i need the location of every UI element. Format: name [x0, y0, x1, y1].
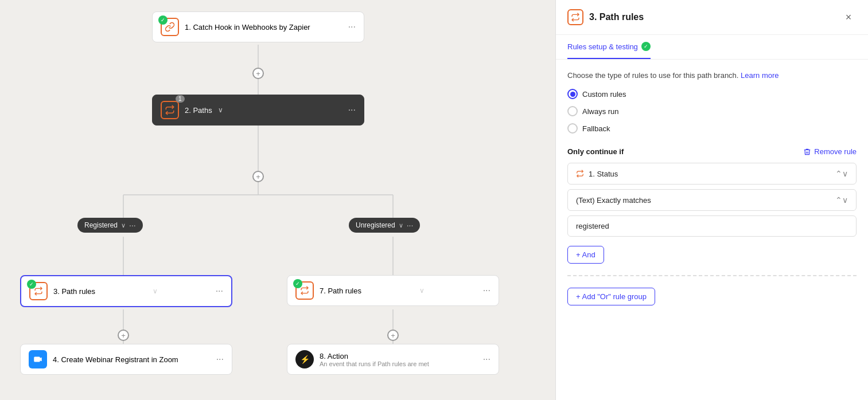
fallback-label: Fallback	[582, 124, 610, 133]
fallback-option[interactable]: Fallback	[567, 123, 857, 134]
paths-icon	[161, 101, 179, 119]
right-panel: 3. Path rules × Rules setup & testing ✓ …	[555, 0, 868, 400]
panel-header: 3. Path rules ×	[556, 0, 868, 35]
action-node[interactable]: ⚡ 8. Action An event that runs if Path r…	[287, 344, 499, 375]
condition-dropdown[interactable]: (Text) Exactly matches ⌃∨	[567, 189, 857, 211]
always-run-radio[interactable]	[567, 106, 578, 116]
status-field-icon	[576, 170, 584, 178]
action-icon: ⚡	[295, 350, 314, 368]
registered-text: Registered	[84, 221, 118, 229]
status-dropdown-chevron: ⌃∨	[835, 169, 848, 178]
status-dropdown[interactable]: 1. Status ⌃∨	[567, 163, 857, 185]
custom-rules-option[interactable]: Custom rules	[567, 89, 857, 99]
path-rules-3-title: 3. Path rules	[53, 287, 95, 296]
path-rules-3-menu[interactable]: ···	[216, 286, 223, 296]
registered-label[interactable]: Registered ∨ ···	[77, 218, 143, 233]
add-step-middle[interactable]: +	[252, 171, 264, 182]
add-step-right-lower[interactable]: +	[387, 330, 399, 341]
webhook-menu[interactable]: ···	[348, 22, 356, 32]
status-field-label: 1. Status	[589, 170, 618, 178]
workflow-canvas: + ✓ 1. Catch Hook in Webhooks by Zapier …	[0, 0, 555, 400]
panel-header-icon	[567, 9, 583, 25]
paths-number: 1	[176, 95, 185, 103]
tab-rules-setup[interactable]: Rules setup & testing ✓	[567, 35, 651, 59]
or-divider	[567, 275, 857, 276]
and-button[interactable]: + And	[567, 246, 604, 264]
paths-menu[interactable]: ···	[348, 105, 356, 115]
zoom-menu[interactable]: ···	[216, 354, 224, 364]
rules-type-radio-group: Custom rules Always run Fallback	[567, 89, 857, 134]
always-run-label: Always run	[582, 107, 619, 116]
paths-title: 2. Paths	[185, 106, 212, 115]
panel-body: Choose the type of rules to use for this…	[556, 60, 868, 400]
zoom-title: 4. Create Webinar Registrant in Zoom	[53, 355, 211, 364]
custom-rules-radio-inner	[570, 92, 575, 97]
add-step-top[interactable]: +	[252, 68, 264, 79]
paths-chevron[interactable]: ∨	[218, 106, 223, 114]
custom-rules-label: Custom rules	[582, 90, 626, 99]
trash-icon	[803, 148, 811, 156]
condition-dropdown-chevron: ⌃∨	[835, 195, 848, 205]
webhook-node[interactable]: ✓ 1. Catch Hook in Webhooks by Zapier ··…	[152, 11, 364, 42]
unregistered-dots[interactable]: ···	[407, 221, 414, 230]
learn-more-link[interactable]: Learn more	[741, 71, 779, 80]
path-rules-7-node[interactable]: ✓ 7. Path rules ∨ ···	[287, 275, 499, 306]
zoom-node[interactable]: 4. Create Webinar Registrant in Zoom ···	[20, 344, 232, 375]
path-rules-7-chevron[interactable]: ∨	[419, 287, 425, 295]
registered-dots[interactable]: ···	[129, 221, 136, 230]
panel-title: 3. Path rules	[589, 12, 835, 22]
unregistered-label[interactable]: Unregistered ∨ ···	[349, 218, 420, 233]
panel-close-button[interactable]: ×	[840, 9, 857, 25]
panel-tabs: Rules setup & testing ✓	[556, 35, 868, 60]
remove-rule-button[interactable]: Remove rule	[803, 147, 857, 156]
path-rules-7-badge: ✓	[293, 279, 302, 288]
tab-rules-setup-label: Rules setup & testing	[567, 42, 638, 51]
and-button-label: + And	[576, 250, 595, 259]
fallback-radio[interactable]	[567, 123, 578, 134]
unregistered-text: Unregistered	[356, 221, 395, 229]
only-continue-header: Only continue if Remove rule	[567, 147, 857, 156]
webhook-status-badge: ✓	[158, 15, 168, 25]
add-step-left-lower[interactable]: +	[118, 330, 129, 341]
unregistered-chevron[interactable]: ∨	[399, 222, 403, 229]
connector-lines	[0, 0, 555, 400]
path-rules-3-badge: ✓	[27, 280, 36, 289]
path-rules-3-node[interactable]: ✓ 3. Path rules ∨ ···	[20, 275, 232, 307]
custom-rules-radio[interactable]	[567, 89, 578, 99]
paths-node[interactable]: 1 2. Paths ∨ ···	[152, 95, 364, 126]
or-group-label: + Add "Or" rule group	[576, 292, 647, 301]
value-input[interactable]	[567, 215, 857, 237]
action-subtitle: An event that runs if Path rules are met	[320, 360, 477, 367]
always-run-option[interactable]: Always run	[567, 106, 857, 116]
condition-field-label: (Text) Exactly matches	[576, 196, 651, 205]
registered-chevron[interactable]: ∨	[121, 222, 126, 229]
path-rules-3-chevron[interactable]: ∨	[153, 287, 158, 295]
remove-rule-label: Remove rule	[814, 147, 857, 156]
or-group-button[interactable]: + Add "Or" rule group	[567, 288, 655, 305]
webhook-title: 1. Catch Hook in Webhooks by Zapier	[185, 23, 310, 32]
only-continue-label: Only continue if	[567, 147, 624, 156]
path-rules-7-title: 7. Path rules	[320, 287, 361, 295]
path-rules-7-menu[interactable]: ···	[483, 285, 491, 296]
panel-description: Choose the type of rules to use for this…	[567, 71, 857, 80]
action-title: 8. Action	[320, 352, 477, 360]
tab-check-icon: ✓	[641, 42, 651, 51]
action-menu[interactable]: ···	[483, 354, 491, 364]
zoom-icon	[29, 350, 47, 368]
